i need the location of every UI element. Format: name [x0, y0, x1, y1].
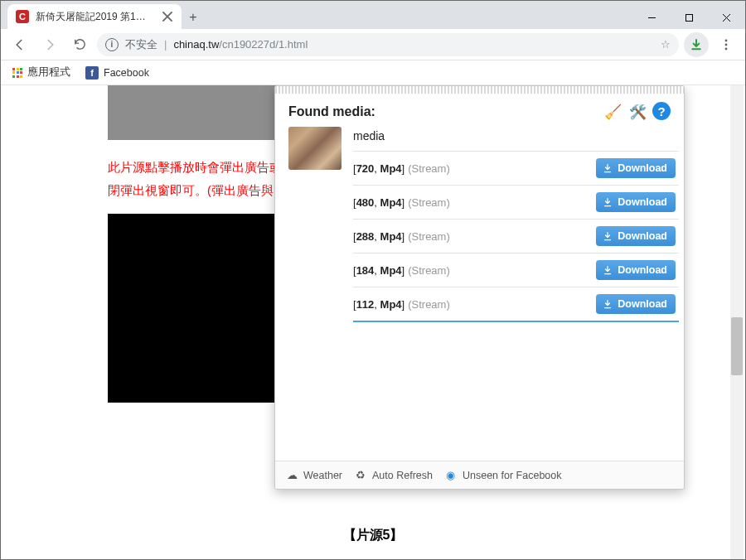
footer-label: Weather — [303, 470, 342, 481]
download-button[interactable]: Download — [596, 158, 676, 178]
media-stream-label: (Stream) — [408, 196, 450, 209]
url-text: chinaq.tw/cn190227d/1.html — [173, 38, 654, 51]
facebook-icon: f — [85, 66, 99, 80]
media-row: [480, Mp4](Stream)Download — [353, 186, 679, 220]
browser-window: C 新倚天屠龍記2019 第1集 - Chin… + i 不安全 | china… — [0, 0, 746, 560]
bookmark-facebook[interactable]: f Facebook — [85, 66, 149, 80]
broom-icon[interactable]: 🧹 — [603, 102, 622, 122]
download-button[interactable]: Download — [596, 192, 676, 212]
page-viewport: 此片源點擊播放時會彈出廣告或 閉彈出視窗即可。(彈出廣告與 【片源5】 此片源點… — [1, 85, 745, 559]
media-row: [720, Mp4](Stream)Download — [353, 152, 679, 186]
popup-grip — [275, 86, 684, 94]
browser-menu-icon[interactable] — [714, 32, 739, 57]
footer-label: Unseen for Facebook — [463, 470, 562, 481]
tab-favicon: C — [16, 10, 29, 23]
bookmark-label: Facebook — [104, 67, 149, 79]
cloud-icon: ☁ — [285, 469, 298, 482]
scrollbar-thumb[interactable] — [731, 317, 743, 375]
apps-shortcut[interactable]: 應用程式 — [12, 65, 70, 80]
media-row: [288, Mp4](Stream)Download — [353, 220, 679, 253]
media-format: [112, Mp4] — [353, 298, 404, 311]
eye-icon: ◉ — [444, 469, 458, 482]
maximize-button[interactable] — [671, 6, 708, 29]
svg-point-1 — [725, 39, 728, 41]
bookmark-star-icon[interactable]: ☆ — [661, 38, 671, 51]
tab-close-icon[interactable] — [162, 11, 173, 22]
window-controls — [633, 6, 745, 29]
minimize-button[interactable] — [633, 6, 671, 29]
popup-title: Found media: — [288, 104, 375, 119]
forward-button[interactable] — [37, 32, 62, 57]
tools-icon[interactable]: 🛠️ — [627, 102, 647, 122]
media-stream-label: (Stream) — [408, 230, 450, 243]
titlebar: C 新倚天屠龍記2019 第1集 - Chin… + — [1, 1, 745, 29]
download-button[interactable]: Download — [596, 294, 676, 314]
footer-label: Auto Refresh — [372, 470, 433, 481]
source-heading: 【片源5】 — [108, 527, 638, 544]
media-thumbnail — [288, 127, 342, 170]
footer-weather[interactable]: ☁ Weather — [285, 469, 342, 482]
browser-tab[interactable]: C 新倚天屠龍記2019 第1集 - Chin… — [7, 4, 182, 29]
address-bar-row: i 不安全 | chinaq.tw/cn190227d/1.html ☆ — [1, 29, 745, 60]
vertical-scrollbar[interactable] — [730, 85, 744, 559]
media-stream-label: (Stream) — [408, 162, 450, 175]
footer-unseen-fb[interactable]: ◉ Unseen for Facebook — [444, 469, 562, 482]
help-icon[interactable]: ? — [652, 102, 671, 120]
reload-button[interactable] — [67, 32, 92, 57]
popup-footer: ☁ Weather ♻ Auto Refresh ◉ Unseen for Fa… — [275, 461, 684, 489]
new-tab-button[interactable]: + — [182, 6, 205, 29]
popup-body: media [720, Mp4](Stream)Download[480, Mp… — [275, 127, 684, 461]
media-format: [720, Mp4] — [353, 162, 404, 175]
media-stream-label: (Stream) — [408, 298, 450, 311]
media-format: [480, Mp4] — [353, 196, 404, 209]
media-list: media [720, Mp4](Stream)Download[480, Mp… — [353, 127, 679, 322]
bookmarks-bar: 應用程式 f Facebook — [1, 60, 745, 85]
media-stream-label: (Stream) — [408, 264, 450, 277]
site-info-icon[interactable]: i — [105, 38, 119, 51]
media-row: [184, Mp4](Stream)Download — [353, 253, 679, 287]
footer-auto-refresh[interactable]: ♻ Auto Refresh — [354, 469, 433, 482]
download-button[interactable]: Download — [596, 226, 676, 246]
svg-rect-0 — [686, 14, 693, 21]
popup-header: Found media: 🧹 🛠️ ? — [275, 94, 684, 127]
media-row: [112, Mp4](Stream)Download — [353, 287, 679, 322]
svg-point-3 — [725, 47, 728, 50]
download-button[interactable]: Download — [596, 260, 676, 280]
extension-popup: Found media: 🧹 🛠️ ? media [720, Mp4](Str… — [274, 85, 685, 490]
apps-label: 應用程式 — [27, 65, 70, 80]
tab-title: 新倚天屠龍記2019 第1集 - Chin… — [36, 10, 155, 24]
svg-point-2 — [725, 43, 728, 46]
omnibox[interactable]: i 不安全 | chinaq.tw/cn190227d/1.html ☆ — [97, 33, 679, 56]
media-format: [184, Mp4] — [353, 264, 404, 277]
downloader-extension-icon[interactable] — [684, 32, 709, 57]
close-window-button[interactable] — [708, 6, 745, 29]
media-format: [288, Mp4] — [353, 230, 404, 243]
media-group-title: media — [353, 127, 679, 152]
insecure-label: 不安全 — [125, 37, 157, 52]
recycle-icon: ♻ — [354, 469, 367, 482]
back-button[interactable] — [7, 32, 32, 57]
apps-grid-icon — [12, 68, 22, 78]
